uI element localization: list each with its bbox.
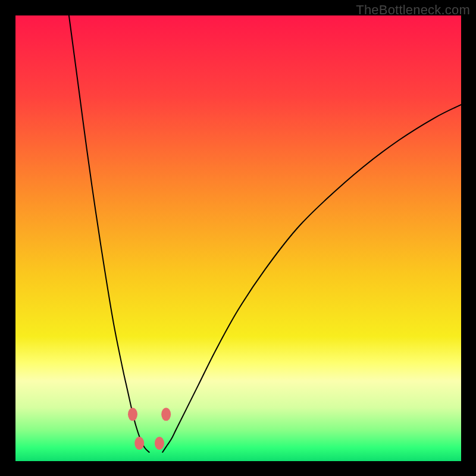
marker-dot-2	[134, 437, 144, 450]
marker-dot-3	[155, 437, 164, 450]
bottleneck-chart	[15, 15, 461, 461]
marker-dot-1	[161, 408, 171, 421]
chart-frame	[15, 15, 461, 461]
watermark-text: TheBottleneck.com	[356, 2, 470, 18]
gradient-background	[15, 15, 461, 461]
marker-dot-0	[128, 408, 137, 421]
